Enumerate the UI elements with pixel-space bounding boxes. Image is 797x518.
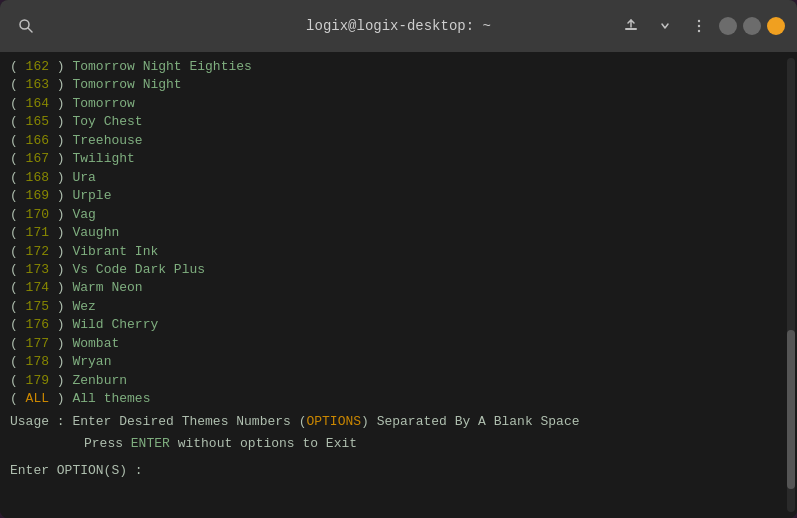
- minimize-button[interactable]: [719, 17, 737, 35]
- list-item: ( 175 ) Wez: [10, 298, 787, 316]
- list-item: ( 172 ) Vibrant Ink: [10, 243, 787, 261]
- window-title: logix@logix-desktop: ~: [306, 18, 491, 34]
- list-item: ( 176 ) Wild Cherry: [10, 316, 787, 334]
- enter-token: ENTER: [131, 436, 170, 451]
- list-item: ( 162 ) Tomorrow Night Eighties: [10, 58, 787, 76]
- usage-text: Usage : Enter Desired Themes Numbers (OP…: [10, 413, 787, 431]
- all-themes-item: ( ALL ) All themes: [10, 390, 787, 408]
- list-item: ( 163 ) Tomorrow Night: [10, 76, 787, 94]
- svg-point-5: [698, 30, 700, 32]
- option-prompt: Enter OPTION(S) :: [10, 462, 787, 480]
- list-item: ( 173 ) Vs Code Dark Plus: [10, 261, 787, 279]
- press-line: Press ENTER without options to Exit: [10, 435, 787, 453]
- list-item: ( 168 ) Ura: [10, 169, 787, 187]
- scrollbar-thumb[interactable]: [787, 330, 795, 489]
- close-button[interactable]: [767, 17, 785, 35]
- list-item: ( 177 ) Wombat: [10, 335, 787, 353]
- list-item: ( 178 ) Wryan: [10, 353, 787, 371]
- svg-point-4: [698, 25, 700, 27]
- list-item: ( 166 ) Treehouse: [10, 132, 787, 150]
- terminal-body: ( 162 ) Tomorrow Night Eighties ( 163 ) …: [0, 52, 797, 518]
- list-item: ( 164 ) Tomorrow: [10, 95, 787, 113]
- menu-icon[interactable]: [685, 12, 713, 40]
- maximize-button[interactable]: [743, 17, 761, 35]
- list-item: ( 169 ) Urple: [10, 187, 787, 205]
- svg-rect-2: [625, 28, 637, 30]
- list-item: ( 170 ) Vag: [10, 206, 787, 224]
- list-item: ( 165 ) Toy Chest: [10, 113, 787, 131]
- chevron-down-icon[interactable]: [651, 12, 679, 40]
- list-item: ( 167 ) Twilight: [10, 150, 787, 168]
- list-item: ( 179 ) Zenburn: [10, 372, 787, 390]
- options-token: OPTIONS: [306, 414, 361, 429]
- terminal-output: ( 162 ) Tomorrow Night Eighties ( 163 ) …: [10, 58, 787, 508]
- list-item: ( 171 ) Vaughn: [10, 224, 787, 242]
- list-item: ( 174 ) Warm Neon: [10, 279, 787, 297]
- upload-icon[interactable]: [617, 12, 645, 40]
- titlebar-left: [12, 12, 40, 40]
- search-icon[interactable]: [12, 12, 40, 40]
- svg-point-3: [698, 20, 700, 22]
- titlebar: logix@logix-desktop: ~: [0, 0, 797, 52]
- svg-line-1: [28, 28, 32, 32]
- scrollbar[interactable]: [787, 58, 795, 512]
- titlebar-right: [617, 12, 785, 40]
- terminal-window: logix@logix-desktop: ~: [0, 0, 797, 518]
